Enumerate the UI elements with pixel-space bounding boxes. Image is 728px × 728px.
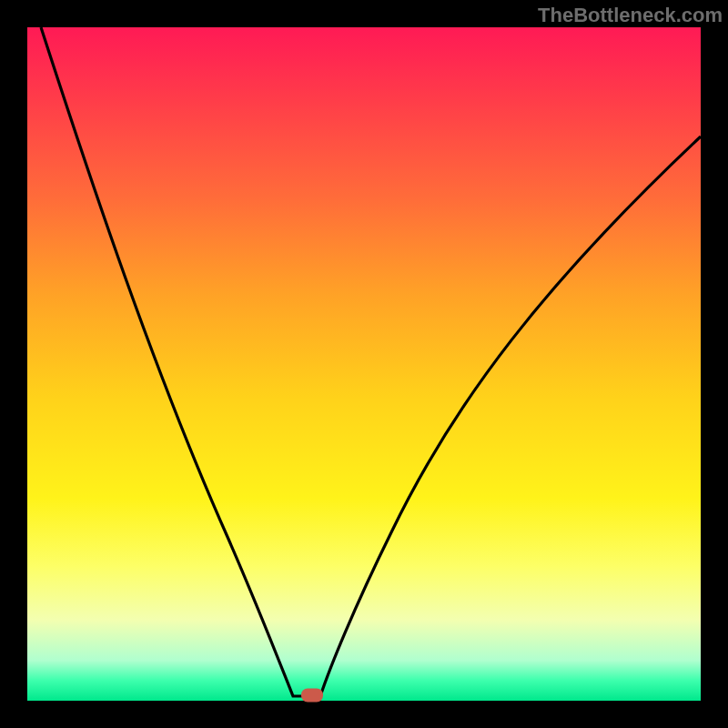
credit-label: TheBottleneck.com xyxy=(538,4,723,27)
chart-frame: TheBottleneck.com xyxy=(0,0,728,728)
bottleneck-curve xyxy=(27,27,701,701)
plot-area xyxy=(27,27,701,701)
optimal-marker xyxy=(301,689,323,703)
curve-path xyxy=(41,27,701,696)
